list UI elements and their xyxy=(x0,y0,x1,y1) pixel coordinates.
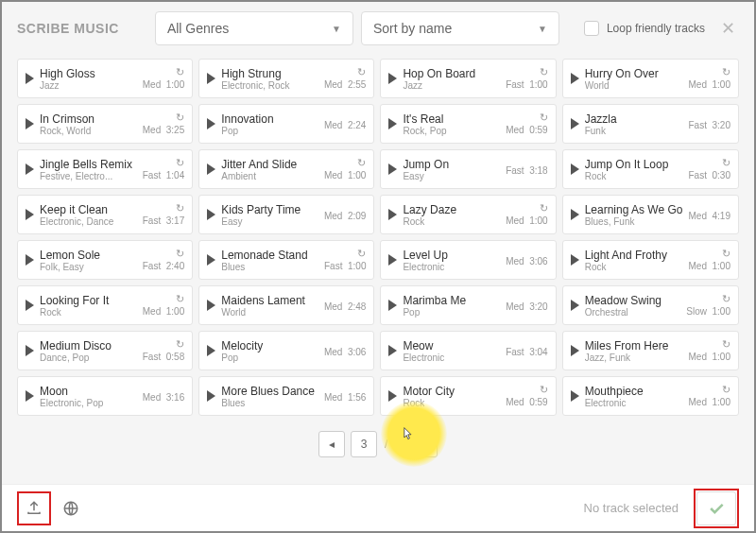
play-icon[interactable] xyxy=(26,73,34,84)
play-icon[interactable] xyxy=(571,254,579,266)
loop-icon: ↻ xyxy=(176,158,184,168)
play-icon[interactable] xyxy=(388,163,397,175)
play-icon[interactable] xyxy=(26,300,34,311)
sort-dropdown[interactable]: Sort by name ▼ xyxy=(361,11,559,45)
genre-dropdown[interactable]: All Genres ▼ xyxy=(155,11,353,45)
track-tile[interactable]: Marimba MePopMed 3:20 xyxy=(380,285,556,325)
track-title: Mouthpiece xyxy=(585,385,683,398)
track-tile[interactable]: Jitter And SlideAmbient↻Med 1:00 xyxy=(198,149,374,189)
play-icon[interactable] xyxy=(388,118,397,129)
track-meta: ↻Slow 1:00 xyxy=(686,294,730,317)
play-icon[interactable] xyxy=(207,345,215,356)
loop-icon: ↻ xyxy=(540,385,548,395)
loop-filter[interactable]: Loop friendly tracks xyxy=(584,21,705,36)
play-icon[interactable] xyxy=(207,300,215,311)
play-icon[interactable] xyxy=(571,300,579,311)
next-page-button[interactable]: ▸ xyxy=(411,431,438,457)
play-icon[interactable] xyxy=(388,345,397,356)
track-meta: ↻Fast 1:00 xyxy=(506,67,547,90)
track-tile[interactable]: Learning As We GoBlues, FunkMed 4:19 xyxy=(562,195,739,234)
track-info: Lemonade StandBlues xyxy=(221,249,318,272)
track-info: MeowElectronic xyxy=(403,339,500,363)
play-icon[interactable] xyxy=(26,345,34,356)
play-icon[interactable] xyxy=(388,209,397,220)
track-tile[interactable]: Looking For ItRock↻Med 1:00 xyxy=(17,285,193,325)
track-tile[interactable]: Maidens LamentWorldMed 2:48 xyxy=(198,285,374,325)
track-tile[interactable]: Level UpElectronicMed 3:06 xyxy=(380,240,556,280)
track-tile[interactable]: Jingle Bells RemixFestive, Electro...↻Fa… xyxy=(17,149,193,189)
track-title: Keep it Clean xyxy=(40,203,137,216)
play-icon[interactable] xyxy=(207,254,215,266)
play-icon[interactable] xyxy=(388,300,397,311)
prev-page-button[interactable]: ◂ xyxy=(318,431,345,457)
play-icon[interactable] xyxy=(571,390,579,402)
close-button[interactable]: ✕ xyxy=(717,14,739,43)
play-icon[interactable] xyxy=(207,118,215,129)
track-meta: Med 3:16 xyxy=(143,390,184,403)
track-genre: Rock, Pop xyxy=(403,126,500,136)
play-icon[interactable] xyxy=(26,163,34,175)
track-tile[interactable]: Motor CityRock↻Med 0:59 xyxy=(380,376,556,416)
track-tile[interactable]: Medium DiscoDance, Pop↻Fast 0:58 xyxy=(17,331,193,370)
track-tile[interactable]: Lemon SoleFolk, Easy↻Fast 2:40 xyxy=(17,240,193,280)
track-info: Looking For ItRock xyxy=(40,294,137,318)
track-title: Medium Disco xyxy=(40,339,137,352)
play-icon[interactable] xyxy=(571,209,579,220)
track-tile[interactable]: InnovationPopMed 2:24 xyxy=(198,104,374,144)
track-tile[interactable]: Hurry On OverWorld↻Med 1:00 xyxy=(562,59,739,98)
track-tile[interactable]: MelocityPopMed 3:06 xyxy=(198,331,374,370)
track-title: Level Up xyxy=(403,249,500,262)
play-icon[interactable] xyxy=(207,209,215,220)
track-tempo-duration: Med 1:00 xyxy=(324,170,366,181)
play-icon[interactable] xyxy=(207,390,215,402)
track-tile[interactable]: More Blues DanceBluesMed 1:56 xyxy=(198,376,374,416)
confirm-button[interactable] xyxy=(696,491,736,525)
play-icon[interactable] xyxy=(26,118,34,129)
track-tile[interactable]: It's RealRock, Pop↻Med 0:59 xyxy=(380,104,556,144)
track-info: Hurry On OverWorld xyxy=(585,67,683,91)
track-tile[interactable]: Kids Party TimeEasyMed 2:09 xyxy=(198,195,374,234)
track-tile[interactable]: Hop On BoardJazz↻Fast 1:00 xyxy=(380,59,556,98)
play-icon[interactable] xyxy=(26,390,34,402)
track-tempo-duration: Med 3:06 xyxy=(506,256,547,266)
track-tile[interactable]: Meadow SwingOrchestral↻Slow 1:00 xyxy=(562,285,739,325)
loop-icon: ↻ xyxy=(357,67,366,77)
track-tile[interactable]: Lazy DazeRock↻Med 1:00 xyxy=(380,195,556,234)
track-tile[interactable]: Light And FrothyRock↻Med 1:00 xyxy=(562,240,739,280)
upload-button[interactable] xyxy=(20,494,48,523)
play-icon[interactable] xyxy=(207,73,215,84)
track-tempo-duration: Med 4:19 xyxy=(689,211,730,221)
track-tile[interactable]: High StrungElectronic, Rock↻Med 2:55 xyxy=(198,59,374,98)
play-icon[interactable] xyxy=(26,254,34,266)
play-icon[interactable] xyxy=(26,209,34,220)
track-tile[interactable]: Jump On It LoopRock↻Fast 0:30 xyxy=(562,149,739,189)
play-icon[interactable] xyxy=(571,73,579,84)
play-icon[interactable] xyxy=(207,163,215,175)
track-title: Lemonade Stand xyxy=(221,249,318,262)
play-icon[interactable] xyxy=(571,345,579,356)
track-tile[interactable]: MouthpieceElectronic↻Med 1:00 xyxy=(562,376,739,416)
track-tile[interactable]: MoonElectronic, PopMed 3:16 xyxy=(17,376,193,416)
loop-icon: ↻ xyxy=(540,203,548,214)
play-icon[interactable] xyxy=(388,254,397,266)
globe-button[interactable] xyxy=(57,494,85,523)
track-tile[interactable]: Keep it CleanElectronic, Dance↻Fast 3:17 xyxy=(17,195,193,234)
track-tile[interactable]: In CrimsonRock, World↻Med 3:25 xyxy=(17,104,193,144)
track-tile[interactable]: Jump OnEasyFast 3:18 xyxy=(380,149,556,189)
track-info: Marimba MePop xyxy=(403,294,500,318)
track-info: In CrimsonRock, World xyxy=(40,112,137,136)
loop-checkbox[interactable] xyxy=(584,21,599,36)
play-icon[interactable] xyxy=(571,163,579,175)
track-tile[interactable]: High GlossJazz↻Med 1:00 xyxy=(17,59,193,98)
track-tile[interactable]: MeowElectronicFast 3:04 xyxy=(380,331,556,370)
status-text: No track selected xyxy=(584,501,679,515)
play-icon[interactable] xyxy=(388,73,397,84)
track-tile[interactable]: Miles From HereJazz, Funk↻Med 1:00 xyxy=(562,331,739,370)
play-icon[interactable] xyxy=(571,118,579,129)
track-tile[interactable]: JazzlaFunkFast 3:20 xyxy=(562,104,739,144)
track-tempo-duration: Fast 3:18 xyxy=(506,165,547,176)
track-title: Lemon Sole xyxy=(40,249,137,262)
track-title: Light And Frothy xyxy=(585,249,683,262)
track-tile[interactable]: Lemonade StandBlues↻Fast 1:00 xyxy=(198,240,374,280)
play-icon[interactable] xyxy=(388,390,397,402)
